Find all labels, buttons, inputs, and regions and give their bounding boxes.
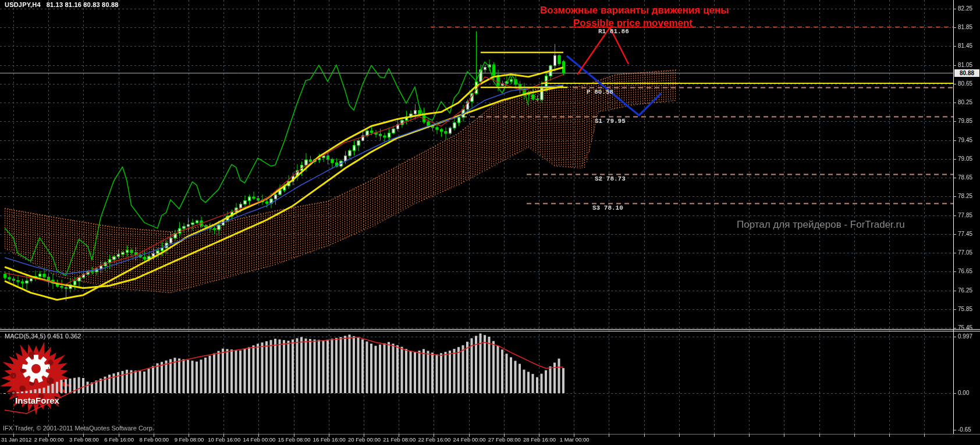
price-axis-label: 79.05: [958, 156, 972, 162]
time-axis-label: 6 Feb 16:00: [104, 436, 134, 443]
price-axis-label: 80.25: [958, 99, 972, 105]
price-axis-label: 79.85: [958, 118, 972, 124]
price-axis-label: 77.85: [958, 212, 972, 218]
macd-axis-label: 0.997: [958, 333, 972, 340]
annotation-text-ru: Возможные варианты движения цены: [540, 5, 729, 16]
chart-title: USDJPY,H481.13 81.16 80.83 80.88: [5, 1, 125, 8]
time-axis-label: 24 Feb 00:00: [453, 436, 486, 443]
time-axis-label: 16 Feb 16:00: [313, 436, 346, 443]
time-axis-label: 9 Feb 08:00: [175, 436, 204, 443]
pivot-level-label: S3 78.10: [592, 204, 623, 211]
time-axis-label: 10 Feb 16:00: [208, 436, 240, 443]
current-price-box: 80.88: [954, 69, 979, 77]
price-axis-label: 75.85: [958, 306, 972, 312]
macd-axis-label: 0.00: [958, 390, 969, 396]
pivot-level-label: S2 78.73: [595, 175, 626, 182]
price-axis-label: 82.25: [958, 5, 972, 12]
time-axis-label: 14 Feb 00:00: [243, 436, 275, 443]
pivot-level-label: S1 79.95: [595, 118, 626, 125]
time-axis-label: 28 Feb 16:00: [523, 436, 556, 443]
ohlc-values: 81.13 81.16 80.83 80.88: [47, 1, 119, 8]
time-axis-label: 1 Mar 00:00: [560, 436, 590, 443]
time-axis-label: 2 Feb 00:00: [34, 436, 64, 443]
annotation-text-en: Possible price movement: [573, 17, 693, 29]
mt4-chart-window: USDJPY,H481.13 81.16 80.83 80.88 Возможн…: [0, 0, 980, 445]
price-axis-label: 80.65: [958, 80, 972, 87]
symbol-period-label: USDJPY,H4: [5, 1, 41, 8]
time-axis-label: 31 Jan 2012: [1, 436, 31, 443]
price-axis-label: 78.25: [958, 193, 972, 199]
time-axis-label: 8 Feb 00:00: [139, 436, 169, 443]
price-axis-label: 76.65: [958, 268, 972, 274]
pivot-level-label: R1 81.86: [598, 28, 629, 35]
price-axis-label: 77.45: [958, 231, 972, 237]
price-axis-label: 81.85: [958, 24, 972, 30]
price-axis-label: 79.45: [958, 137, 972, 143]
time-axis-label: 20 Feb 00:00: [348, 436, 381, 443]
time-axis-label: 3 Feb 08:00: [69, 436, 99, 443]
price-axis-label: 75.45: [958, 324, 972, 331]
price-axis-label: 76.25: [958, 287, 972, 294]
price-axis-label: 78.65: [958, 174, 972, 181]
price-axis-label: 81.45: [958, 43, 972, 49]
time-axis-label: 15 Feb 08:00: [278, 436, 311, 443]
copyright-text: IFX Trader, © 2001-2011 MetaQuotes Softw…: [3, 425, 154, 432]
time-axis-label: 27 Feb 08:00: [488, 436, 521, 443]
price-axis-label: 77.05: [958, 249, 972, 256]
price-axis-label: 81.05: [958, 62, 972, 68]
time-axis-label: 21 Feb 08:00: [383, 436, 416, 443]
instaforex-logo-text: InstaForex: [10, 395, 65, 405]
time-axis-label: 22 Feb 16:00: [418, 436, 450, 443]
watermark: Портал для трейдеров - ForTrader.ru: [737, 219, 905, 231]
macd-axis-label: -0.65: [958, 426, 971, 433]
pivot-level-label: P 80.58: [587, 89, 613, 96]
macd-indicator-label: MACD(5,34,5) 0.451 0.362: [5, 333, 81, 340]
